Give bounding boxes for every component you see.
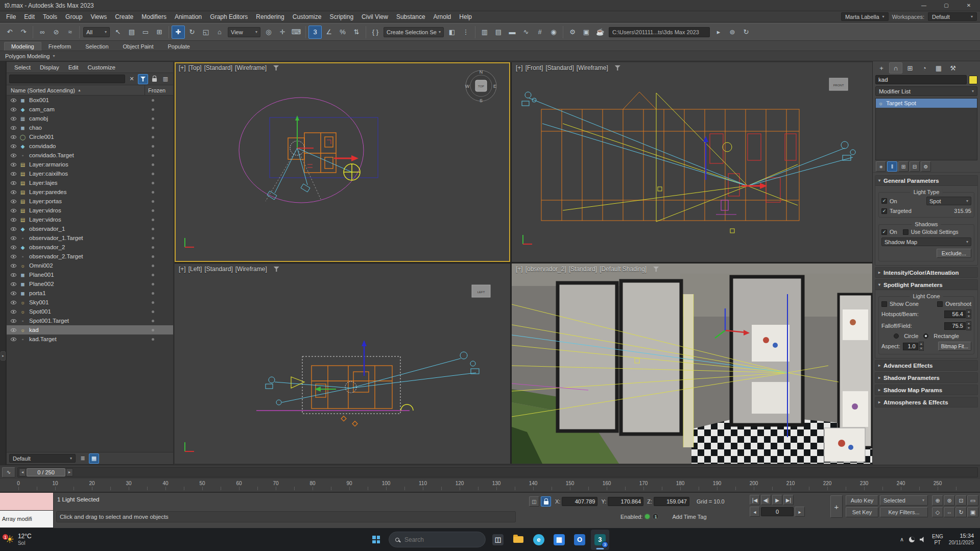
coordinate-input[interactable]: 170.864 xyxy=(608,497,643,506)
schematic-view-icon[interactable]: # xyxy=(533,26,546,39)
visibility-eye-icon[interactable] xyxy=(11,264,16,268)
rollout-header[interactable]: ▸ Shadow Parameters xyxy=(875,373,977,382)
rectangular-selection-icon[interactable]: ▭ xyxy=(139,26,152,39)
user-account-dropdown[interactable]: Marta Labella ▾ xyxy=(841,12,889,21)
scene-object-row[interactable]: ▤Layer:vidros xyxy=(7,206,173,215)
scene-object-row[interactable]: ▤Layer:paredes xyxy=(7,187,173,197)
undo-icon[interactable]: ↶ xyxy=(3,26,16,39)
scene-object-row[interactable]: ▤Layer:portas xyxy=(7,197,173,206)
visibility-eye-icon[interactable] xyxy=(11,135,16,139)
set-keys-button[interactable]: + xyxy=(830,495,843,518)
zoom-extents-icon[interactable]: ⊡ xyxy=(955,495,967,506)
viewcube-top-label[interactable]: TOP xyxy=(478,85,484,88)
mirror-icon[interactable]: ◧ xyxy=(445,26,459,39)
maximize-icon[interactable]: ▢ xyxy=(935,0,958,11)
zoom-all-icon[interactable]: ⊛ xyxy=(944,495,955,506)
visibility-eye-icon[interactable] xyxy=(11,301,16,304)
object-color-swatch[interactable] xyxy=(969,76,977,84)
rollout-header[interactable]: ▸ Advanced Effects xyxy=(875,361,977,370)
bind-to-space-warp-icon[interactable]: ≈ xyxy=(63,26,77,39)
make-unique-icon[interactable]: ⊞ xyxy=(898,161,909,172)
utilities-tab-icon[interactable]: ⚒ xyxy=(946,62,960,74)
menu-customize[interactable]: Customize xyxy=(289,11,326,22)
scene-object-row[interactable]: ◼porta1 xyxy=(7,289,173,298)
enabled-status-dot[interactable] xyxy=(645,514,650,519)
outlook-icon[interactable]: O xyxy=(570,530,589,550)
zoom-region-icon[interactable]: ▭ xyxy=(967,495,978,506)
menu-arnold[interactable]: Arnold xyxy=(429,11,456,22)
remove-modifier-icon[interactable]: ⊟ xyxy=(910,161,920,172)
select-and-manipulate-icon[interactable]: ✛ xyxy=(276,26,289,39)
visibility-eye-icon[interactable] xyxy=(11,163,16,166)
scene-object-row[interactable]: ▤Layer:lajes xyxy=(7,178,173,187)
visibility-eye-icon[interactable] xyxy=(11,273,16,277)
minimize-icon[interactable]: — xyxy=(913,0,935,11)
modify-tab-icon[interactable]: ∩ xyxy=(889,62,902,74)
light-type-dropdown[interactable]: Spot ▾ xyxy=(926,197,971,205)
import-folder-icon[interactable]: ▸ xyxy=(712,26,725,39)
spin-down-icon[interactable]: ▾ xyxy=(919,346,924,351)
workspace-dropdown[interactable]: Default ▾ xyxy=(928,12,977,21)
viewport-filter-icon[interactable] xyxy=(273,65,279,70)
snaps-toggle-icon[interactable]: 3 xyxy=(308,26,322,39)
volume-icon[interactable] xyxy=(920,537,926,542)
time-slider-handle[interactable]: 0 / 250 xyxy=(27,468,65,476)
scene-object-row[interactable]: ◆observador_2 xyxy=(7,243,173,252)
scene-object-row[interactable]: ◆observador_1 xyxy=(7,224,173,233)
modifier-list-dropdown[interactable]: Modifier List ▾ xyxy=(875,86,977,96)
falloff-spinner[interactable]: 75.5 ▴▾ xyxy=(944,321,971,330)
menu-graph-editors[interactable]: Graph Editors xyxy=(206,11,252,22)
scene-object-row[interactable]: ◯Circle001 xyxy=(7,132,173,141)
hierarchy-tab-icon[interactable]: ⊞ xyxy=(903,62,917,74)
scene-object-row[interactable]: ▤Layer:caixilhos xyxy=(7,169,173,178)
selection-filter-dropdown[interactable]: All▾ xyxy=(83,27,110,37)
scene-object-row[interactable]: ☼Sky001 xyxy=(7,298,173,307)
scene-object-row[interactable]: ◆convidado xyxy=(7,141,173,151)
use-pivot-point-icon[interactable]: ◎ xyxy=(262,26,275,39)
visibility-eye-icon[interactable] xyxy=(11,126,16,130)
named-selection-set-dropdown[interactable]: Create Selection Se▾ xyxy=(384,27,444,37)
toggle-layer-explorer-icon[interactable]: ▤ xyxy=(492,26,505,39)
menu-scripting[interactable]: Scripting xyxy=(325,11,357,22)
compass-east[interactable]: E xyxy=(493,84,496,89)
explorer-menu-customize[interactable]: Customize xyxy=(83,64,120,70)
name-column-header[interactable]: Name (Sorted Ascending) ▲ xyxy=(7,87,145,93)
macro-recorder-field[interactable] xyxy=(0,493,53,511)
microsoft-store-icon[interactable]: ▦ xyxy=(550,530,568,550)
zoom-icon[interactable]: ⊕ xyxy=(932,495,943,506)
quiet-hours-icon[interactable] xyxy=(909,537,915,542)
visibility-eye-icon[interactable] xyxy=(11,154,16,157)
configure-modifier-sets-icon[interactable]: ⚙ xyxy=(921,161,931,172)
visibility-eye-icon[interactable] xyxy=(11,310,16,314)
motion-tab-icon[interactable]: ◔ xyxy=(918,62,931,74)
mini-listener-field[interactable]: Array modifi xyxy=(0,511,53,529)
menu-file[interactable]: File xyxy=(2,11,20,22)
viewport-filter-icon[interactable] xyxy=(615,65,620,70)
menu-edit[interactable]: Edit xyxy=(20,11,39,22)
menu-civil-view[interactable]: Civil View xyxy=(357,11,392,22)
explorer-menu-edit[interactable]: Edit xyxy=(64,64,83,70)
file-explorer-icon[interactable] xyxy=(509,530,528,550)
viewport-label-segment[interactable]: [+] xyxy=(516,64,523,71)
sort-mode-icon[interactable]: ≣ xyxy=(78,453,88,464)
weather-widget[interactable]: ☀ 1 12°C Sol xyxy=(0,533,77,546)
viewport-label-segment[interactable]: [Wireframe] xyxy=(235,64,267,71)
rollout-header[interactable]: ▾ Spotlight Parameters xyxy=(875,280,977,290)
compass-south[interactable]: S xyxy=(480,98,483,103)
edit-named-selections-icon[interactable]: { } xyxy=(369,26,382,39)
percent-snap-icon[interactable]: % xyxy=(336,26,349,39)
object-name-field[interactable] xyxy=(875,75,967,84)
close-icon[interactable]: ✕ xyxy=(958,0,980,11)
redo-icon[interactable]: ↷ xyxy=(17,26,30,39)
visibility-eye-icon[interactable] xyxy=(11,236,16,240)
falloff-value[interactable]: 75.5 xyxy=(944,322,966,330)
viewport-label-segment[interactable]: [Left] xyxy=(188,266,202,273)
viewport-left[interactable]: LEFT [+][Left][Standard][Wireframe] xyxy=(175,263,510,464)
ribbon-tab-populate[interactable]: Populate xyxy=(160,42,197,51)
key-next-icon[interactable]: ▸ xyxy=(795,507,805,517)
scene-object-row[interactable]: ◼Plane002 xyxy=(7,279,173,289)
scene-object-row[interactable]: ◦observador_2.Target xyxy=(7,252,173,261)
explorer-menu-display[interactable]: Display xyxy=(35,64,64,70)
select-and-move-icon[interactable]: ✚ xyxy=(172,26,185,39)
scene-object-row[interactable]: ▤Layer:armarios xyxy=(7,160,173,169)
